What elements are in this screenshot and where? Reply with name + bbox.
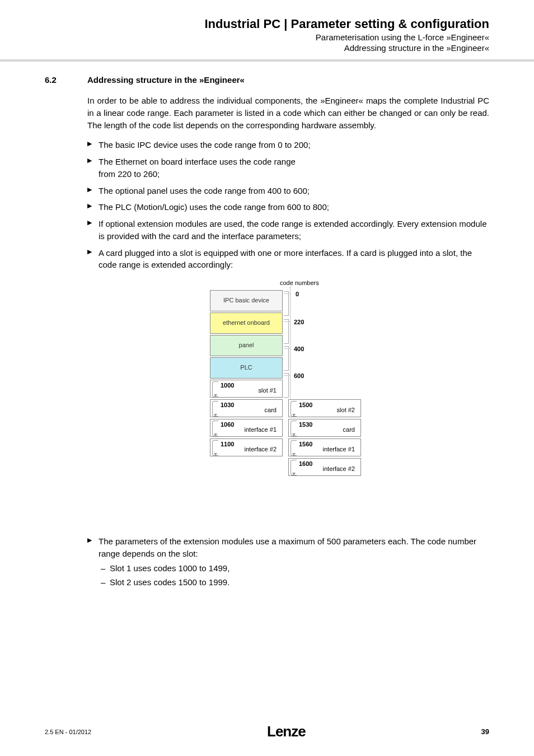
down-arrow-icon	[212, 381, 218, 397]
diagram-slot1-if1: 1060 interface #1	[210, 419, 283, 437]
down-arrow-icon	[291, 460, 297, 475]
addressing-diagram: code numbers 0 220 400 600 IPC basic dev…	[204, 279, 372, 525]
diagram-title: code numbers	[280, 279, 319, 288]
section-heading: 6.2 Addressing structure in the »Enginee…	[45, 75, 489, 85]
down-arrow-icon	[291, 421, 297, 436]
footer-left: 2.5 EN - 01/2012	[45, 729, 91, 735]
content: 6.2 Addressing structure in the »Enginee…	[0, 62, 534, 589]
down-arrow-icon	[212, 401, 218, 417]
diagram-slot2-card: 1530 card	[288, 419, 361, 437]
diagram-slot1-card: 1030 card	[210, 399, 283, 417]
list-item: If optional extension modules are used, …	[87, 218, 489, 242]
diagram-slot2: 1500 slot #2	[288, 399, 361, 417]
sub-bullet-list: Slot 1 uses codes 1000 to 1499, Slot 2 u…	[99, 562, 489, 589]
page-footer: 2.5 EN - 01/2012 Lenze 39	[0, 723, 534, 740]
header-title: Industrial PC | Parameter setting & conf…	[45, 17, 489, 31]
list-item: The basic IPC device uses the code range…	[87, 139, 489, 151]
section-number: 6.2	[45, 75, 67, 85]
intro-paragraph: In order to be able to address the indiv…	[87, 95, 489, 131]
list-item: Slot 1 uses codes 1000 to 1499,	[110, 562, 489, 575]
list-item: Slot 2 uses codes 1500 to 1999.	[110, 576, 489, 589]
list-item: The parameters of the extension modules …	[87, 535, 489, 589]
diagram-block-plc: PLC	[210, 357, 283, 379]
diagram-slot2-if2: 1600 interface #2	[288, 458, 361, 476]
page-header: Industrial PC | Parameter setting & conf…	[0, 0, 534, 62]
page-number: 39	[481, 727, 489, 736]
bullet-list-bottom: The parameters of the extension modules …	[87, 535, 489, 589]
bullet-list-top: The basic IPC device uses the code range…	[87, 139, 489, 271]
down-arrow-icon	[212, 421, 218, 436]
down-arrow-icon	[212, 440, 218, 456]
diagram-block-ipc: IPC basic device	[210, 290, 283, 311]
list-item: A card plugged into a slot is equipped w…	[87, 247, 489, 272]
down-arrow-icon	[291, 440, 297, 456]
diagram-slot2-if1: 1560 interface #1	[288, 438, 361, 456]
list-item: The PLC (Motion/Logic) uses the code ran…	[87, 201, 489, 213]
diagram-block-ethernet: ethernet onboard	[210, 312, 283, 334]
diagram-block-panel: panel	[210, 335, 283, 356]
list-item: The optional panel uses the code range f…	[87, 185, 489, 197]
header-sub2: Addressing structure in the »Engineer«	[45, 43, 489, 53]
list-item: The Ethernet on board interface uses the…	[87, 156, 489, 180]
header-sub1: Parameterisation using the L-force »Engi…	[45, 32, 489, 42]
section-title: Addressing structure in the »Engineer«	[87, 75, 245, 85]
down-arrow-icon	[291, 401, 297, 417]
diagram-slot1-if2: 1100 interface #2	[210, 438, 283, 456]
lenze-logo: Lenze	[267, 723, 306, 740]
diagram-slot1: 1000 slot #1	[210, 380, 283, 398]
